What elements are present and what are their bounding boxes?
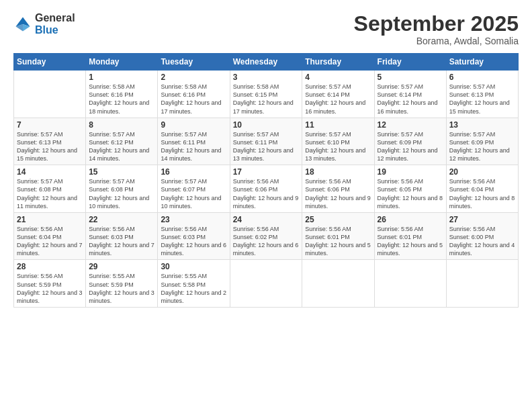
calendar-cell: 29Sunrise: 5:55 AM Sunset: 5:59 PM Dayli…: [86, 260, 158, 308]
calendar-cell: 19Sunrise: 5:56 AM Sunset: 6:05 PM Dayli…: [374, 165, 446, 213]
day-number: 7: [17, 120, 83, 130]
header-sunday: Sunday: [14, 54, 86, 71]
day-info: Sunrise: 5:56 AM Sunset: 6:01 PM Dayligh…: [378, 225, 443, 258]
calendar-cell: 16Sunrise: 5:57 AM Sunset: 6:07 PM Dayli…: [158, 165, 230, 213]
day-number: 13: [449, 120, 515, 130]
day-number: 20: [449, 167, 515, 177]
day-info: Sunrise: 5:57 AM Sunset: 6:09 PM Dayligh…: [378, 130, 443, 163]
day-info: Sunrise: 5:56 AM Sunset: 6:06 PM Dayligh…: [233, 177, 300, 210]
day-number: 11: [305, 120, 371, 130]
calendar-cell: 22Sunrise: 5:56 AM Sunset: 6:03 PM Dayli…: [86, 212, 158, 260]
day-info: Sunrise: 5:57 AM Sunset: 6:14 PM Dayligh…: [378, 83, 443, 116]
day-info: Sunrise: 5:55 AM Sunset: 5:59 PM Dayligh…: [89, 272, 154, 305]
calendar-cell: 5Sunrise: 5:57 AM Sunset: 6:14 PM Daylig…: [374, 71, 446, 118]
day-info: Sunrise: 5:56 AM Sunset: 6:04 PM Dayligh…: [449, 177, 515, 210]
calendar-cell: 25Sunrise: 5:56 AM Sunset: 6:01 PM Dayli…: [302, 212, 374, 260]
calendar-cell: 11Sunrise: 5:57 AM Sunset: 6:10 PM Dayli…: [302, 118, 374, 165]
calendar-cell: 15Sunrise: 5:57 AM Sunset: 6:08 PM Dayli…: [86, 165, 158, 213]
day-info: Sunrise: 5:57 AM Sunset: 6:12 PM Dayligh…: [89, 130, 154, 163]
day-info: Sunrise: 5:56 AM Sunset: 6:06 PM Dayligh…: [305, 177, 371, 210]
day-number: 26: [378, 215, 443, 224]
header-friday: Friday: [374, 54, 446, 71]
logo-icon: [13, 15, 32, 34]
calendar-cell: 6Sunrise: 5:57 AM Sunset: 6:13 PM Daylig…: [446, 71, 518, 118]
logo-blue-text: Blue: [35, 24, 75, 36]
calendar-cell: 12Sunrise: 5:57 AM Sunset: 6:09 PM Dayli…: [374, 118, 446, 165]
calendar-cell: 21Sunrise: 5:56 AM Sunset: 6:04 PM Dayli…: [14, 212, 86, 260]
day-info: Sunrise: 5:57 AM Sunset: 6:13 PM Dayligh…: [449, 83, 515, 116]
day-number: 14: [17, 167, 83, 177]
calendar-cell: [302, 260, 374, 308]
day-info: Sunrise: 5:57 AM Sunset: 6:11 PM Dayligh…: [233, 130, 300, 163]
day-number: 16: [161, 167, 226, 177]
day-number: 4: [305, 73, 371, 82]
calendar-cell: [374, 260, 446, 308]
logo: General Blue: [13, 12, 75, 36]
day-info: Sunrise: 5:58 AM Sunset: 6:15 PM Dayligh…: [233, 83, 300, 116]
day-info: Sunrise: 5:57 AM Sunset: 6:08 PM Dayligh…: [89, 177, 154, 210]
day-number: 10: [233, 120, 300, 130]
day-info: Sunrise: 5:56 AM Sunset: 6:03 PM Dayligh…: [89, 225, 154, 258]
location-subtitle: Borama, Awdal, Somalia: [354, 36, 519, 46]
header-thursday: Thursday: [302, 54, 374, 71]
day-number: 29: [89, 262, 154, 271]
calendar-cell: [446, 260, 518, 308]
day-info: Sunrise: 5:56 AM Sunset: 6:05 PM Dayligh…: [378, 177, 443, 210]
month-title: September 2025: [354, 12, 519, 36]
day-info: Sunrise: 5:56 AM Sunset: 6:00 PM Dayligh…: [449, 225, 515, 258]
day-info: Sunrise: 5:57 AM Sunset: 6:10 PM Dayligh…: [305, 130, 371, 163]
calendar-cell: 14Sunrise: 5:57 AM Sunset: 6:08 PM Dayli…: [14, 165, 86, 213]
calendar-cell: 30Sunrise: 5:55 AM Sunset: 5:58 PM Dayli…: [158, 260, 230, 308]
calendar-cell: 8Sunrise: 5:57 AM Sunset: 6:12 PM Daylig…: [86, 118, 158, 165]
day-number: 17: [233, 167, 300, 177]
calendar-cell: 24Sunrise: 5:56 AM Sunset: 6:02 PM Dayli…: [230, 212, 302, 260]
day-number: 30: [161, 262, 226, 271]
day-info: Sunrise: 5:56 AM Sunset: 6:02 PM Dayligh…: [233, 225, 300, 258]
day-number: 25: [305, 215, 371, 224]
day-number: 28: [17, 262, 83, 271]
day-number: 22: [89, 215, 154, 224]
day-number: 18: [305, 167, 371, 177]
day-number: 21: [17, 215, 83, 224]
day-number: 24: [233, 215, 300, 224]
calendar-table: Sunday Monday Tuesday Wednesday Thursday…: [13, 53, 519, 308]
day-info: Sunrise: 5:55 AM Sunset: 5:58 PM Dayligh…: [161, 272, 226, 305]
day-info: Sunrise: 5:58 AM Sunset: 6:16 PM Dayligh…: [161, 83, 226, 116]
calendar-cell: 28Sunrise: 5:56 AM Sunset: 5:59 PM Dayli…: [14, 260, 86, 308]
calendar-cell: 27Sunrise: 5:56 AM Sunset: 6:00 PM Dayli…: [446, 212, 518, 260]
day-info: Sunrise: 5:56 AM Sunset: 6:04 PM Dayligh…: [17, 225, 83, 258]
calendar-cell: 10Sunrise: 5:57 AM Sunset: 6:11 PM Dayli…: [230, 118, 302, 165]
week-row-3: 21Sunrise: 5:56 AM Sunset: 6:04 PM Dayli…: [14, 212, 519, 260]
calendar-cell: 1Sunrise: 5:58 AM Sunset: 6:16 PM Daylig…: [86, 71, 158, 118]
day-info: Sunrise: 5:57 AM Sunset: 6:11 PM Dayligh…: [161, 130, 226, 163]
header-monday: Monday: [86, 54, 158, 71]
header-saturday: Saturday: [446, 54, 518, 71]
day-info: Sunrise: 5:58 AM Sunset: 6:16 PM Dayligh…: [89, 83, 154, 116]
day-number: 23: [161, 215, 226, 224]
calendar-cell: 2Sunrise: 5:58 AM Sunset: 6:16 PM Daylig…: [158, 71, 230, 118]
title-block: September 2025 Borama, Awdal, Somalia: [354, 12, 519, 46]
week-row-4: 28Sunrise: 5:56 AM Sunset: 5:59 PM Dayli…: [14, 260, 519, 308]
week-row-1: 7Sunrise: 5:57 AM Sunset: 6:13 PM Daylig…: [14, 118, 519, 165]
day-info: Sunrise: 5:57 AM Sunset: 6:14 PM Dayligh…: [305, 83, 371, 116]
calendar-cell: 3Sunrise: 5:58 AM Sunset: 6:15 PM Daylig…: [230, 71, 302, 118]
calendar-cell: 9Sunrise: 5:57 AM Sunset: 6:11 PM Daylig…: [158, 118, 230, 165]
calendar-cell: 26Sunrise: 5:56 AM Sunset: 6:01 PM Dayli…: [374, 212, 446, 260]
day-number: 1: [89, 73, 154, 82]
day-number: 27: [449, 215, 515, 224]
day-info: Sunrise: 5:57 AM Sunset: 6:09 PM Dayligh…: [449, 130, 515, 163]
day-info: Sunrise: 5:57 AM Sunset: 6:08 PM Dayligh…: [17, 177, 83, 210]
calendar-cell: [14, 71, 86, 118]
calendar-cell: 23Sunrise: 5:56 AM Sunset: 6:03 PM Dayli…: [158, 212, 230, 260]
header-wednesday: Wednesday: [230, 54, 302, 71]
day-info: Sunrise: 5:57 AM Sunset: 6:07 PM Dayligh…: [161, 177, 226, 210]
calendar-cell: 4Sunrise: 5:57 AM Sunset: 6:14 PM Daylig…: [302, 71, 374, 118]
day-number: 19: [378, 167, 443, 177]
logo-general-text: General: [35, 12, 75, 24]
day-number: 9: [161, 120, 226, 130]
day-number: 6: [449, 73, 515, 82]
day-info: Sunrise: 5:56 AM Sunset: 6:01 PM Dayligh…: [305, 225, 371, 258]
calendar-cell: 13Sunrise: 5:57 AM Sunset: 6:09 PM Dayli…: [446, 118, 518, 165]
day-info: Sunrise: 5:56 AM Sunset: 5:59 PM Dayligh…: [17, 272, 83, 305]
calendar-cell: 20Sunrise: 5:56 AM Sunset: 6:04 PM Dayli…: [446, 165, 518, 213]
